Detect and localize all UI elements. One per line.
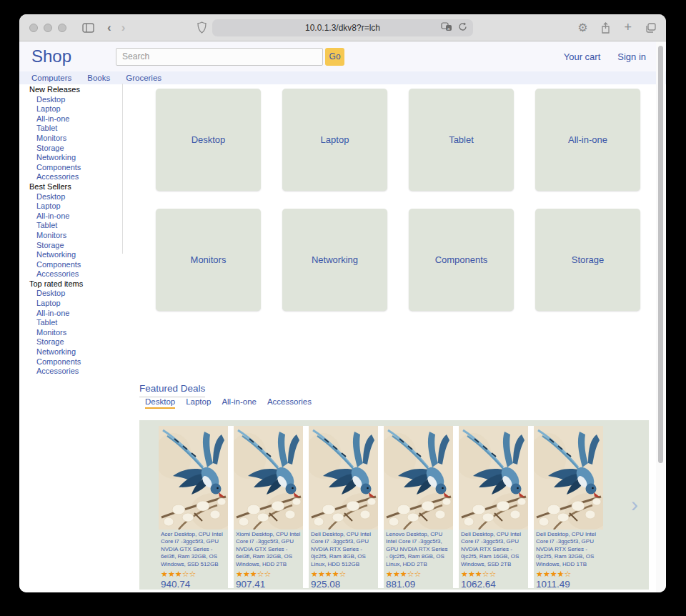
sidebar-item-components[interactable]: Components xyxy=(19,163,122,173)
product-rating: ★★★★☆☆ xyxy=(534,569,603,577)
sidebar-toggle-icon[interactable] xyxy=(82,23,94,33)
new-tab-icon[interactable]: + xyxy=(624,20,632,35)
sidebar-item-laptop[interactable]: Laptop xyxy=(19,299,122,309)
category-tile-desktop[interactable]: Desktop xyxy=(156,89,261,191)
deals-tab-desktop[interactable]: Desktop xyxy=(145,397,175,409)
back-button[interactable]: ‹ xyxy=(107,21,111,34)
shop-logo[interactable]: Shop xyxy=(31,46,71,66)
sidebar-item-monitors[interactable]: Monitors xyxy=(19,134,122,144)
sidebar-item-accessories[interactable]: Accessories xyxy=(19,269,122,279)
product-card[interactable]: Acer Desktop, CPU Intel Core i7 -3ggc5f3… xyxy=(159,426,228,588)
deals-cards-row: Acer Desktop, CPU Intel Core i7 -3ggc5f3… xyxy=(159,426,603,588)
shop-page: Shop Go Your cart Sign in Computers Book… xyxy=(19,41,666,592)
product-title[interactable]: Dell Desktop, CPU Intel Core i7 -3ggc5f3… xyxy=(534,530,603,569)
product-card[interactable]: Dell Desktop, CPU Intel Core i7 -3ggc5f3… xyxy=(309,426,378,588)
page-scrollbar-track[interactable] xyxy=(656,41,665,592)
reload-icon[interactable] xyxy=(458,22,467,31)
product-old-price: 1134.82 xyxy=(459,590,528,592)
sidebar-item-tablet[interactable]: Tablet xyxy=(19,318,122,328)
carousel-next-button[interactable]: › xyxy=(625,492,644,517)
translate-icon[interactable]: a xyxy=(441,22,452,31)
sidebar-item-components[interactable]: Components xyxy=(19,357,122,367)
window-controls[interactable] xyxy=(29,24,66,32)
deals-tab-all-in-one[interactable]: All-in-one xyxy=(222,397,257,409)
category-tile-tablet[interactable]: Tablet xyxy=(409,89,514,191)
sign-in-link[interactable]: Sign in xyxy=(617,51,646,62)
sidebar-item-desktop[interactable]: Desktop xyxy=(19,192,122,202)
product-old-price: 950.54 xyxy=(309,590,378,592)
product-old-price: 948.54 xyxy=(384,590,453,592)
settings-gear-icon[interactable]: ⚙ xyxy=(577,21,587,34)
product-price: 907.41 xyxy=(234,577,303,590)
address-bar[interactable]: 10.0.1.3/dkv8?r=lch a xyxy=(212,19,473,36)
sidebar-divider xyxy=(122,84,123,254)
product-old-price: 998.94 xyxy=(234,590,303,592)
category-tile-laptop[interactable]: Laptop xyxy=(282,89,387,191)
sidebar-item-accessories[interactable]: Accessories xyxy=(19,367,122,377)
sidebar-item-networking[interactable]: Networking xyxy=(19,153,122,163)
sidebar-item-networking[interactable]: Networking xyxy=(19,250,122,260)
sidebar-item-laptop[interactable]: Laptop xyxy=(19,202,122,212)
page-scrollbar-thumb[interactable] xyxy=(658,46,663,463)
sidebar-item-storage[interactable]: Storage xyxy=(19,144,122,154)
site-header: Shop Go Your cart Sign in xyxy=(19,41,666,71)
zoom-window-button[interactable] xyxy=(58,24,66,32)
category-tile-components[interactable]: Components xyxy=(409,209,514,311)
nav-item-groceries[interactable]: Groceries xyxy=(126,74,161,82)
nav-item-books[interactable]: Books xyxy=(87,74,110,82)
search-input[interactable] xyxy=(116,48,323,66)
sidebar-item-all-in-one[interactable]: All-in-one xyxy=(19,309,122,319)
sidebar-item-components[interactable]: Components xyxy=(19,260,122,270)
sidebar-item-storage[interactable]: Storage xyxy=(19,337,122,347)
deals-tab-accessories[interactable]: Accessories xyxy=(267,397,312,409)
sidebar-item-tablet[interactable]: Tablet xyxy=(19,124,122,134)
category-tile-monitors[interactable]: Monitors xyxy=(156,209,261,311)
product-card[interactable]: Dell Desktop, CPU Intel Core i7 -3ggc5f3… xyxy=(459,426,528,588)
minimize-window-button[interactable] xyxy=(44,24,52,32)
product-card[interactable]: Lenovo Desktop, CPU Intel Core i7 -3ggc5… xyxy=(384,426,453,588)
category-tile-all-in-one[interactable]: All-in-one xyxy=(535,89,640,191)
product-card[interactable]: Dell Desktop, CPU Intel Core i7 -3ggc5f3… xyxy=(534,426,603,588)
privacy-shield-icon[interactable] xyxy=(197,21,207,34)
deals-tab-laptop[interactable]: Laptop xyxy=(186,397,211,409)
product-image-bird-painting xyxy=(459,426,528,530)
sidebar-item-storage[interactable]: Storage xyxy=(19,241,122,251)
sidebar-item-all-in-one[interactable]: All-in-one xyxy=(19,114,122,124)
product-title[interactable]: Dell Desktop, CPU Intel Core i7 -3ggc5f3… xyxy=(309,530,378,569)
sidebar-item-desktop[interactable]: Desktop xyxy=(19,95,122,105)
category-tile-networking[interactable]: Networking xyxy=(282,209,387,311)
product-image-bird-painting xyxy=(534,426,603,530)
product-image-bird-painting xyxy=(384,426,453,530)
forward-button[interactable]: › xyxy=(121,21,126,34)
nav-item-computers[interactable]: Computers xyxy=(31,74,71,82)
product-title[interactable]: Xiomi Desktop, CPU Intel Core i7 -3ggc5f… xyxy=(234,530,303,569)
sidebar-item-tablet[interactable]: Tablet xyxy=(19,221,122,231)
browser-window: ‹ › 10.0.1.3/dkv8?r=lch a ⚙ + xyxy=(19,14,666,592)
sidebar: New Releases Desktop Laptop All-in-one T… xyxy=(19,85,122,377)
product-title[interactable]: Lenovo Desktop, CPU Intel Core i7 -3ggc5… xyxy=(384,530,453,569)
sidebar-item-desktop[interactable]: Desktop xyxy=(19,289,122,299)
product-rating: ★★★☆☆ xyxy=(234,569,303,577)
product-card[interactable]: Xiomi Desktop, CPU Intel Core i7 -3ggc5f… xyxy=(234,426,303,588)
category-grid: Desktop Laptop Tablet All-in-one Monitor… xyxy=(156,89,640,311)
sidebar-item-all-in-one[interactable]: All-in-one xyxy=(19,212,122,222)
sidebar-item-monitors[interactable]: Monitors xyxy=(19,231,122,241)
category-tile-storage[interactable]: Storage xyxy=(535,209,640,311)
sidebar-section-best-sellers: Best Sellers xyxy=(19,182,122,192)
sidebar-item-monitors[interactable]: Monitors xyxy=(19,328,122,338)
url-text: 10.0.1.3/dkv8?r=lch xyxy=(305,23,380,33)
product-old-price: 1086.33 xyxy=(534,590,603,592)
tab-overview-icon[interactable] xyxy=(645,23,656,33)
product-title[interactable]: Dell Desktop, CPU Intel Core i7 -3ggc5f3… xyxy=(459,530,528,569)
sidebar-item-laptop[interactable]: Laptop xyxy=(19,104,122,114)
share-icon[interactable] xyxy=(601,22,610,34)
close-window-button[interactable] xyxy=(29,24,38,32)
search-go-button[interactable]: Go xyxy=(325,48,344,66)
your-cart-link[interactable]: Your cart xyxy=(564,51,601,62)
product-image-bird-painting xyxy=(309,426,378,530)
sidebar-item-accessories[interactable]: Accessories xyxy=(19,172,122,182)
sidebar-item-networking[interactable]: Networking xyxy=(19,347,122,357)
product-price: 1062.64 xyxy=(459,577,528,590)
product-title[interactable]: Acer Desktop, CPU Intel Core i7 -3ggc5f3… xyxy=(159,530,228,569)
product-price: 925.08 xyxy=(309,577,378,590)
